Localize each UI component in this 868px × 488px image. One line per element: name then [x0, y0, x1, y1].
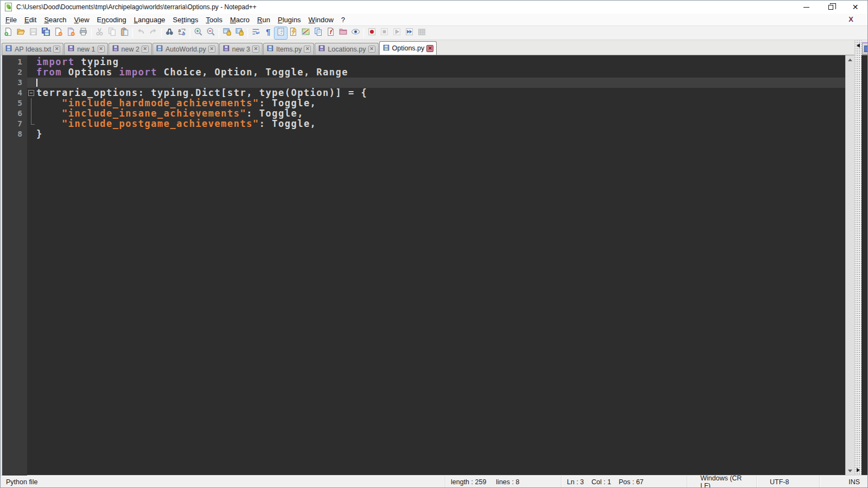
- code-text[interactable]: "include_hardmode_achievements": Toggle,: [36, 98, 845, 108]
- line-number[interactable]: 6: [2, 108, 27, 119]
- secondary-view-editor[interactable]: [861, 55, 867, 476]
- undo-button[interactable]: [135, 27, 147, 39]
- line-number[interactable]: 1: [2, 57, 27, 67]
- code-line-7[interactable]: 7 "include_postgame_achievements": Toggl…: [2, 119, 845, 129]
- restore-button[interactable]: [819, 1, 843, 14]
- paste-button[interactable]: [118, 27, 131, 39]
- code-line-5[interactable]: 5 "include_hardmode_achievements": Toggl…: [2, 98, 845, 108]
- line-number[interactable]: 7: [2, 119, 27, 129]
- code-line-2[interactable]: 2from Options import Choice, Option, Tog…: [2, 67, 845, 78]
- open-file-button[interactable]: [15, 27, 27, 39]
- word-wrap-button[interactable]: [250, 27, 262, 39]
- macro-record-button[interactable]: [366, 27, 378, 39]
- code-line-3[interactable]: 3: [2, 78, 845, 88]
- macro-play-button[interactable]: [391, 27, 403, 39]
- menu-plugins[interactable]: Plugins: [274, 15, 305, 25]
- function-list-button[interactable]: [287, 27, 299, 39]
- menu-search[interactable]: Search: [40, 15, 70, 25]
- line-number[interactable]: 5: [2, 98, 27, 108]
- menu-view[interactable]: View: [71, 15, 93, 25]
- line-number[interactable]: 3: [2, 78, 27, 88]
- code-area[interactable]: 1import typing2from Options import Choic…: [2, 55, 845, 476]
- fold-margin-collapse[interactable]: [27, 88, 36, 98]
- show-all-characters-button[interactable]: ¶: [262, 27, 275, 39]
- document-list-button[interactable]: [312, 27, 324, 39]
- cut-button[interactable]: [93, 27, 106, 39]
- code-line-1[interactable]: 1import typing: [2, 57, 845, 67]
- menu-run[interactable]: Run: [253, 15, 274, 25]
- scroll-up-button[interactable]: [846, 55, 854, 65]
- function-f-button[interactable]: f: [324, 27, 337, 39]
- tab-close-icon[interactable]: ✕: [252, 46, 259, 53]
- menu-file[interactable]: File: [2, 15, 21, 25]
- print-button[interactable]: [77, 27, 90, 39]
- close-button[interactable]: ✕: [843, 1, 867, 14]
- tab-locations.py[interactable]: Locations.py✕: [315, 43, 378, 55]
- line-number[interactable]: 2: [2, 67, 27, 78]
- find-button[interactable]: [163, 27, 176, 39]
- monitoring-eye-button[interactable]: [349, 27, 362, 39]
- vertical-scrollbar[interactable]: [845, 55, 854, 476]
- editor[interactable]: 1import typing2from Options import Choic…: [2, 55, 845, 476]
- menu-settings[interactable]: Settings: [169, 15, 202, 25]
- save-all-button[interactable]: [40, 27, 52, 39]
- tab-close-icon[interactable]: ✕: [208, 46, 215, 53]
- sync-horizontal-button[interactable]: [233, 27, 246, 39]
- minimize-button[interactable]: [794, 1, 819, 14]
- new-file-button[interactable]: [2, 27, 15, 39]
- title-bar[interactable]: C:\Users\Dood\Documents\tmp\Archipelago\…: [1, 1, 867, 14]
- code-text[interactable]: import typing: [36, 57, 845, 67]
- replace-button[interactable]: ab: [176, 27, 188, 39]
- code-text[interactable]: from Options import Choice, Option, Togg…: [36, 67, 845, 78]
- code-text[interactable]: [36, 78, 845, 88]
- tab-close-icon[interactable]: ✕: [142, 46, 149, 53]
- menu-window[interactable]: Window: [305, 15, 337, 25]
- tab-new-2[interactable]: new 2✕: [108, 43, 152, 55]
- secondary-view-tab-fragment[interactable]: [861, 40, 867, 55]
- fold-minus-icon[interactable]: [28, 90, 34, 96]
- tab-new-1[interactable]: new 1✕: [64, 43, 107, 55]
- zoom-out-button[interactable]: [205, 27, 217, 39]
- tab-autoworld.py[interactable]: AutoWorld.py✕: [152, 43, 219, 55]
- tab-items.py[interactable]: Items.py✕: [263, 43, 314, 55]
- menu-[interactable]: ?: [337, 15, 349, 25]
- menu-macro[interactable]: Macro: [226, 15, 253, 25]
- line-number[interactable]: 4: [2, 88, 27, 98]
- macro-stop-button[interactable]: [378, 27, 391, 39]
- line-number[interactable]: 8: [2, 129, 27, 139]
- close-all-button[interactable]: [65, 27, 77, 39]
- sync-vertical-button[interactable]: [221, 27, 233, 39]
- tab-close-icon[interactable]: ✕: [53, 46, 60, 53]
- splitter-collapse-left-icon[interactable]: [857, 43, 860, 48]
- macro-save-button[interactable]: [416, 27, 428, 39]
- redo-button[interactable]: [147, 27, 159, 39]
- menu-tools[interactable]: Tools: [202, 15, 226, 25]
- document-map-button[interactable]: [299, 27, 312, 39]
- tab-ap-ideas.txt[interactable]: AP Ideas.txt✕: [2, 43, 63, 55]
- close-file-button[interactable]: [52, 27, 65, 39]
- menu-edit[interactable]: Edit: [21, 15, 40, 25]
- code-text[interactable]: terraria_options: typing.Dict[str, type(…: [36, 88, 845, 98]
- code-line-8[interactable]: 8}: [2, 129, 845, 139]
- code-text[interactable]: "include_postgame_achievements": Toggle,: [36, 119, 845, 129]
- splitter-collapse-right-icon[interactable]: [857, 468, 860, 472]
- tab-close-icon[interactable]: ✕: [426, 45, 433, 52]
- tab-options.py[interactable]: Options.py✕: [379, 41, 437, 55]
- zoom-in-button[interactable]: [192, 27, 205, 39]
- indent-guide-button[interactable]: [275, 27, 287, 39]
- copy-button[interactable]: [106, 27, 118, 39]
- code-text[interactable]: }: [36, 129, 845, 139]
- folder-workspace-button[interactable]: [337, 27, 349, 39]
- tab-close-icon[interactable]: ✕: [368, 46, 375, 53]
- macro-run-multiple-button[interactable]: [403, 27, 416, 39]
- save-file-button[interactable]: [27, 27, 40, 39]
- tab-close-icon[interactable]: ✕: [304, 46, 311, 53]
- scroll-down-button[interactable]: [846, 466, 854, 476]
- menu-encoding[interactable]: Encoding: [93, 15, 130, 25]
- code-line-6[interactable]: 6 "include_insane_achievements": Toggle,: [2, 108, 845, 119]
- code-line-4[interactable]: 4terraria_options: typing.Dict[str, type…: [2, 88, 845, 98]
- tab-close-icon[interactable]: ✕: [98, 46, 105, 53]
- view-splitter[interactable]: [854, 40, 861, 476]
- menu-language[interactable]: Language: [130, 15, 169, 25]
- menu-close-document-x[interactable]: X: [846, 15, 856, 24]
